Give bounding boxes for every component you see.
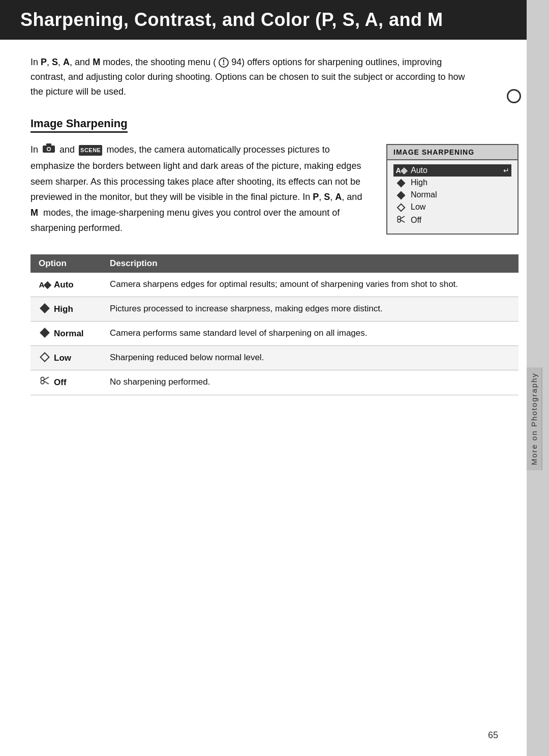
table-row-normal: Normal Camera performs same standard lev… xyxy=(30,321,518,345)
svg-point-12 xyxy=(41,381,44,384)
svg-point-7 xyxy=(398,216,401,219)
svg-line-13 xyxy=(44,377,48,380)
auto-icon: A xyxy=(395,166,407,175)
auto-enter: ↵ xyxy=(503,166,509,175)
off-label: Off xyxy=(411,216,509,225)
description-cell-off: No sharpening performed. xyxy=(102,370,518,395)
option-label-auto: Auto xyxy=(54,278,74,292)
low-icon xyxy=(395,202,407,212)
menu-item-normal[interactable]: Normal xyxy=(393,189,511,201)
description-cell-low: Sharpening reduced below normal level. xyxy=(102,345,518,370)
section-title: Image Sharpening xyxy=(30,117,128,133)
option-label-low: Low xyxy=(54,352,71,365)
menu-items-list: A Auto ↵ High Normal xyxy=(387,160,517,234)
table-row-low: Low Sharpening reduced below normal leve… xyxy=(30,345,518,370)
table-auto-icon: A xyxy=(39,278,51,292)
table-row-high: High Pictures processed to increase shar… xyxy=(30,297,518,321)
section-body: In and SCENE modes, the camera automatic… xyxy=(30,142,518,236)
option-label-off: Off xyxy=(54,376,67,389)
shooting-menu-icon xyxy=(219,57,229,68)
scene-icon: SCENE xyxy=(79,145,102,156)
option-cell-high: High xyxy=(30,297,102,321)
options-table: Option Description A Auto Camera sharpen… xyxy=(30,254,518,395)
description-cell-high: Pictures processed to increase sharpness… xyxy=(102,297,518,321)
off-icon xyxy=(395,215,407,226)
menu-item-auto[interactable]: A Auto ↵ xyxy=(393,164,511,177)
top-right-circle-icon xyxy=(507,89,521,103)
description-cell-auto: Camera sharpens edges for optimal result… xyxy=(102,273,518,297)
menu-item-low[interactable]: Low xyxy=(393,201,511,213)
svg-point-6 xyxy=(48,148,50,151)
menu-item-off[interactable]: Off xyxy=(393,213,511,227)
intro-paragraph: In P, S, A, and M modes, the shooting me… xyxy=(30,55,478,99)
normal-label: Normal xyxy=(411,190,509,199)
table-high-icon xyxy=(39,302,51,316)
svg-point-8 xyxy=(398,219,401,222)
svg-line-14 xyxy=(44,381,48,384)
description-cell-normal: Camera performs same standard level of s… xyxy=(102,321,518,345)
auto-label: Auto xyxy=(411,166,499,175)
col-header-description: Description xyxy=(102,254,518,273)
menu-item-high[interactable]: High xyxy=(393,177,511,189)
low-label: Low xyxy=(411,202,509,212)
table-off-icon xyxy=(39,375,51,390)
option-label-normal: Normal xyxy=(54,327,84,340)
svg-line-9 xyxy=(401,216,405,219)
option-label-high: High xyxy=(54,303,73,316)
svg-point-2 xyxy=(223,64,225,65)
table-row-off: Off No sharpening performed. xyxy=(30,370,518,395)
title-text: Sharpening, Contrast, and Color (P, S, A… xyxy=(20,9,443,30)
high-label: High xyxy=(411,178,509,187)
option-cell-off: Off xyxy=(30,370,102,395)
main-content: In P, S, A, and M modes, the shooting me… xyxy=(0,55,549,426)
svg-point-11 xyxy=(41,377,44,381)
sidebar-label: More on Photography xyxy=(527,367,542,470)
sidebar: More on Photography xyxy=(527,0,549,756)
camera-icon xyxy=(42,142,55,158)
col-header-option: Option xyxy=(30,254,102,273)
table-low-icon xyxy=(39,351,51,365)
image-sharpening-menu: IMAGE SHARPENING A Auto ↵ High xyxy=(386,144,518,235)
option-cell-low: Low xyxy=(30,345,102,370)
high-icon xyxy=(395,178,407,187)
table-row-auto: A Auto Camera sharpens edges for optimal… xyxy=(30,273,518,297)
section-text: In and SCENE modes, the camera automatic… xyxy=(30,142,366,236)
page-title: Sharpening, Contrast, and Color (P, S, A… xyxy=(0,0,549,40)
menu-header: IMAGE SHARPENING xyxy=(387,145,517,160)
option-cell-auto: A Auto xyxy=(30,273,102,297)
svg-rect-4 xyxy=(46,143,51,146)
page-number: 65 xyxy=(488,730,498,741)
option-cell-normal: Normal xyxy=(30,321,102,345)
normal-icon xyxy=(395,190,407,199)
table-normal-icon xyxy=(39,327,51,340)
svg-line-10 xyxy=(401,220,405,222)
